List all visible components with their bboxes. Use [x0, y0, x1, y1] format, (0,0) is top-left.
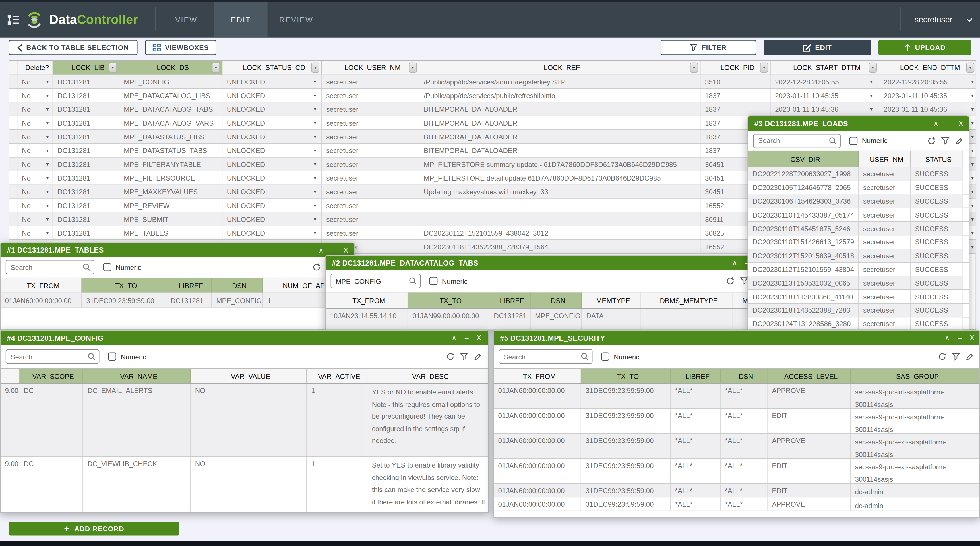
- numeric-checkbox[interactable]: [108, 353, 116, 361]
- back-to-table-selection-button[interactable]: BACK TO TABLE SELECTION: [9, 40, 138, 55]
- search-input[interactable]: [499, 350, 593, 364]
- refresh-icon[interactable]: [928, 137, 935, 145]
- dropdown-arrow-icon[interactable]: ▾: [46, 134, 49, 139]
- dropdown-arrow-icon[interactable]: ▾: [314, 92, 316, 98]
- dropdown-arrow-icon[interactable]: ▾: [870, 79, 872, 84]
- dropdown-arrow-icon[interactable]: ▾: [314, 79, 316, 84]
- collapse-icon[interactable]: ∧: [452, 334, 457, 341]
- filter-icon[interactable]: [952, 353, 960, 361]
- collapse-icon[interactable]: ∧: [318, 247, 324, 253]
- minimize-icon[interactable]: –: [958, 334, 961, 341]
- close-icon[interactable]: X: [959, 120, 963, 127]
- add-record-button[interactable]: + ADD RECORD: [9, 522, 180, 535]
- filter-icon[interactable]: [941, 137, 950, 145]
- edit-pencil-icon[interactable]: [955, 137, 963, 145]
- dropdown-arrow-icon[interactable]: ▾: [971, 134, 974, 139]
- viewboxes-button[interactable]: VIEWBOXES: [145, 40, 216, 55]
- refresh-icon[interactable]: [726, 277, 735, 285]
- collapse-icon[interactable]: ∧: [732, 259, 737, 266]
- dropdown-arrow-icon[interactable]: ▾: [46, 120, 49, 126]
- dropdown-arrow-icon[interactable]: ▾: [46, 79, 49, 84]
- brand[interactable]: DataController: [7, 2, 138, 38]
- column-filter-button[interactable]: ▼: [311, 62, 319, 73]
- dropdown-arrow-icon[interactable]: ▾: [46, 161, 49, 167]
- edit-pencil-icon[interactable]: [474, 353, 482, 361]
- dropdown-arrow-icon[interactable]: ▾: [314, 107, 316, 112]
- minimize-icon[interactable]: –: [947, 120, 950, 127]
- filter-icon[interactable]: [740, 277, 748, 285]
- numeric-checkbox[interactable]: [850, 137, 858, 145]
- dropdown-arrow-icon[interactable]: ▾: [46, 148, 49, 153]
- dropdown-arrow-icon[interactable]: ▾: [314, 202, 316, 208]
- dropdown-arrow-icon[interactable]: ▾: [971, 230, 974, 236]
- numeric-toggle[interactable]: Numeric: [601, 353, 639, 361]
- dropdown-arrow-icon[interactable]: ▾: [46, 202, 49, 208]
- minimize-icon[interactable]: –: [465, 334, 468, 341]
- edit-button[interactable]: EDIT: [764, 40, 871, 55]
- viewbox-titlebar[interactable]: #4 DC131281.MPE_CONFIG∧–X: [0, 331, 488, 345]
- numeric-checkbox[interactable]: [103, 263, 111, 271]
- tree-menu-icon[interactable]: [7, 14, 19, 25]
- numeric-checkbox[interactable]: [601, 353, 609, 361]
- minimize-icon[interactable]: –: [332, 247, 335, 253]
- user-menu[interactable]: secretuser: [915, 2, 973, 38]
- dropdown-arrow-icon[interactable]: ▾: [971, 161, 974, 167]
- dropdown-arrow-icon[interactable]: ▾: [46, 175, 49, 181]
- column-filter-button[interactable]: ▼: [109, 62, 117, 73]
- dropdown-arrow-icon[interactable]: ▾: [971, 79, 974, 84]
- refresh-icon[interactable]: [313, 263, 321, 271]
- close-icon[interactable]: X: [970, 334, 974, 341]
- dropdown-arrow-icon[interactable]: ▾: [46, 230, 49, 236]
- column-filter-button[interactable]: ▼: [212, 62, 220, 73]
- dropdown-arrow-icon[interactable]: ▾: [314, 175, 316, 181]
- edit-pencil-icon[interactable]: [966, 353, 974, 361]
- dropdown-arrow-icon[interactable]: ▾: [971, 148, 974, 153]
- numeric-toggle[interactable]: Numeric: [430, 277, 468, 285]
- dropdown-arrow-icon[interactable]: ▾: [314, 134, 316, 139]
- dropdown-arrow-icon[interactable]: ▾: [870, 107, 872, 112]
- filter-icon[interactable]: [460, 353, 468, 361]
- dropdown-arrow-icon[interactable]: ▾: [971, 216, 974, 222]
- viewbox-titlebar[interactable]: #2 DC131281.MPE_DATACATALOG_TABS∧–X: [326, 256, 768, 270]
- dropdown-arrow-icon[interactable]: ▾: [971, 189, 974, 194]
- dropdown-arrow-icon[interactable]: ▾: [971, 107, 974, 112]
- search-input[interactable]: [331, 274, 421, 288]
- numeric-checkbox[interactable]: [430, 277, 438, 285]
- viewbox-titlebar[interactable]: #1 DC131281.MPE_TABLES∧–X: [0, 243, 354, 257]
- dropdown-arrow-icon[interactable]: ▾: [870, 92, 872, 98]
- search-input[interactable]: [753, 134, 841, 148]
- viewbox-titlebar[interactable]: #3 DC131281.MPE_LOADS∧–X: [748, 116, 969, 131]
- column-filter-button[interactable]: ▼: [966, 62, 975, 73]
- filter-button[interactable]: FILTER: [661, 40, 756, 55]
- viewbox-titlebar[interactable]: #5 DC131281.MPE_SECURITY∧–X: [494, 331, 980, 345]
- collapse-icon[interactable]: ∧: [945, 334, 950, 341]
- dropdown-arrow-icon[interactable]: ▾: [314, 216, 316, 222]
- refresh-icon[interactable]: [446, 353, 455, 361]
- dropdown-arrow-icon[interactable]: ▾: [314, 148, 316, 153]
- dropdown-arrow-icon[interactable]: ▾: [314, 230, 316, 236]
- dropdown-arrow-icon[interactable]: ▾: [46, 216, 49, 222]
- dropdown-arrow-icon[interactable]: ▾: [971, 92, 974, 98]
- numeric-toggle[interactable]: Numeric: [850, 137, 888, 145]
- dropdown-arrow-icon[interactable]: ▾: [971, 202, 974, 208]
- column-filter-button[interactable]: ▼: [869, 62, 877, 73]
- close-icon[interactable]: X: [344, 247, 348, 253]
- dropdown-arrow-icon[interactable]: ▾: [971, 120, 974, 126]
- dropdown-arrow-icon[interactable]: ▾: [46, 189, 49, 194]
- numeric-toggle[interactable]: Numeric: [103, 263, 142, 271]
- dropdown-arrow-icon[interactable]: ▾: [46, 92, 49, 98]
- close-icon[interactable]: X: [477, 334, 481, 341]
- refresh-icon[interactable]: [938, 353, 947, 361]
- tab-edit[interactable]: EDIT: [215, 2, 267, 38]
- collapse-icon[interactable]: ∧: [933, 120, 939, 127]
- dropdown-arrow-icon[interactable]: ▾: [46, 107, 49, 112]
- dropdown-arrow-icon[interactable]: ▾: [314, 161, 316, 167]
- upload-button[interactable]: UPLOAD: [878, 40, 971, 55]
- numeric-toggle[interactable]: Numeric: [108, 353, 146, 361]
- dropdown-arrow-icon[interactable]: ▾: [314, 120, 316, 126]
- column-filter-button[interactable]: ▼: [690, 62, 698, 73]
- search-input[interactable]: [6, 350, 100, 364]
- search-input[interactable]: [6, 260, 94, 274]
- tab-review[interactable]: REVIEW: [267, 2, 325, 38]
- dropdown-arrow-icon[interactable]: ▾: [314, 189, 316, 194]
